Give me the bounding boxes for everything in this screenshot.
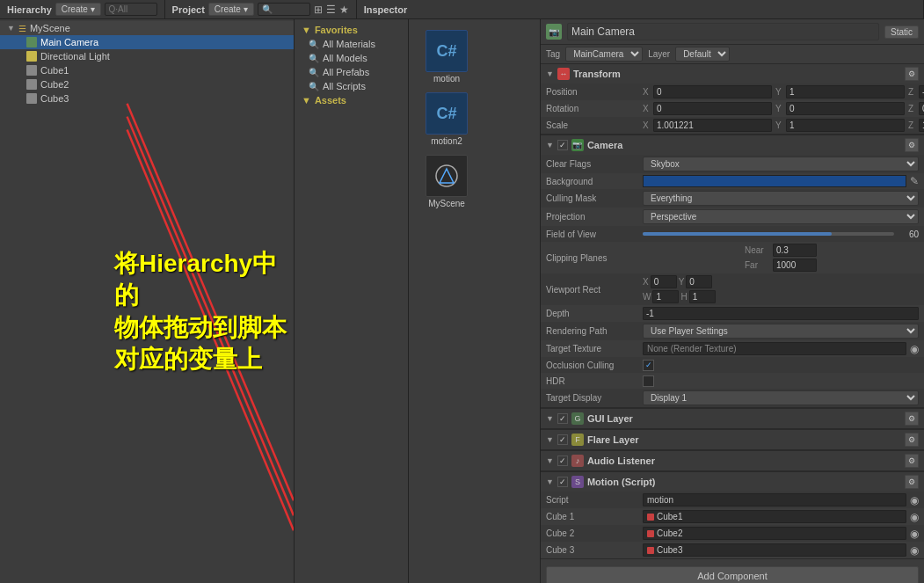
rendering-path-select[interactable]: Use Player Settings [643,324,919,339]
cube1-field[interactable]: Cube1 [643,510,906,523]
hdr-checkbox[interactable] [643,375,654,387]
gui-layer-check[interactable]: ✓ [557,413,568,424]
sidebar-item-all-models[interactable]: 🔍 All Models [295,51,408,65]
cube2-field[interactable]: Cube2 [643,527,906,540]
hierarchy-create-button[interactable]: Create ▾ [55,3,101,16]
gui-layer-settings-button[interactable]: ⚙ [905,412,919,426]
asset-item-myscene[interactable]: MyScene [416,151,477,212]
gui-layer-header[interactable]: ▼ ✓ G GUI Layer ⚙ [541,408,924,428]
scene-arrow: ▼ [7,24,15,33]
hierarchy-item-main-camera[interactable]: Main Camera [0,35,294,49]
audio-listener-settings-button[interactable]: ⚙ [905,454,919,468]
asset-item-motion2[interactable]: C# motion2 [416,89,477,149]
position-z-field: Z [908,85,924,98]
motion-script-check[interactable]: ✓ [557,477,568,487]
flare-layer-settings-button[interactable]: ⚙ [905,433,919,447]
rotation-x-input[interactable] [653,102,772,115]
project-create-button[interactable]: Create ▾ [208,3,254,16]
sidebar-item-all-scripts[interactable]: 🔍 All Scripts [295,79,408,93]
depth-input[interactable] [643,307,919,320]
camera-arrow: ▼ [546,141,554,149]
occlusion-culling-checkbox[interactable]: ✓ [643,360,654,371]
script-field[interactable]: motion [643,493,906,506]
motion-script-icon: S [571,476,584,488]
assets-grid: C# motion C# motion2 [412,23,536,215]
project-search-input[interactable] [258,3,310,16]
flare-layer-check[interactable]: ✓ [557,434,568,445]
culling-mask-select[interactable]: Everything [643,191,919,206]
background-color-picker-icon[interactable]: ✎ [910,175,919,187]
viewport-y-input[interactable] [686,275,712,288]
hierarchy-item-cube1[interactable]: Cube1 [0,63,294,77]
rotation-z-input[interactable] [919,102,924,115]
rotation-y-input[interactable] [786,102,905,115]
hierarchy-item-cube3[interactable]: Cube3 [0,91,294,106]
camera-title: Camera [587,140,901,150]
project-icon-2[interactable]: ☰ [326,4,336,16]
scene-root[interactable]: ▼ ☰ MyScene [0,21,294,35]
near-input[interactable] [773,244,817,257]
fov-slider-track[interactable] [643,232,894,236]
layer-select[interactable]: Default [675,47,730,62]
cube2-dot [647,530,654,537]
project-icon-1[interactable]: ⊞ [314,4,323,16]
cube2-select-icon[interactable]: ◉ [910,528,919,540]
cube1-value: Cube1 ◉ [643,510,919,523]
hdr-label: HDR [546,376,643,386]
cube3-dot [647,547,654,554]
add-component-button[interactable]: Add Component [546,566,919,583]
inspector-object-header: 📷 Static [541,19,924,45]
clear-flags-select[interactable]: Skybox [643,157,919,171]
far-input[interactable] [773,259,817,272]
y-label: Y [775,120,784,130]
motion-script-header[interactable]: ▼ ✓ S Motion (Script) ⚙ [541,471,924,492]
object-icon: 📷 [546,24,562,40]
flare-layer-header[interactable]: ▼ ✓ F Flare Layer ⚙ [541,429,924,449]
sidebar-item-label: All Scripts [323,81,366,91]
motion-script-title: Motion (Script) [587,477,901,487]
object-name-input[interactable] [567,23,879,40]
project-icon-3[interactable]: ★ [339,4,349,16]
camera-check[interactable]: ✓ [557,140,568,150]
search-icon: 🔍 [309,68,319,77]
audio-listener-check[interactable]: ✓ [557,455,568,466]
target-display-value: Display 1 [643,390,919,405]
transform-header[interactable]: ▼ ↔ Transform ⚙ [541,63,924,84]
camera-settings-button[interactable]: ⚙ [905,138,919,152]
camera-header[interactable]: ▼ ✓ 📷 Camera ⚙ [541,135,924,155]
hierarchy-search-input[interactable] [105,3,157,16]
background-value: ✎ [643,175,919,187]
z-label: Z [908,87,917,97]
hierarchy-item-cube2[interactable]: Cube2 [0,77,294,91]
viewport-w-input[interactable] [652,290,679,303]
sidebar-item-all-prefabs[interactable]: 🔍 All Prefabs [295,65,408,79]
script-label: Script [546,495,643,505]
scale-z-input[interactable] [919,119,924,132]
viewport-rect-label: Viewport Rect [546,285,643,295]
position-z-input[interactable] [919,85,924,98]
scale-y-input[interactable] [786,119,905,132]
target-display-select[interactable]: Display 1 [643,390,919,405]
hierarchy-item-directional-light[interactable]: Directional Light [0,49,294,63]
target-texture-select-icon[interactable]: ◉ [910,343,919,355]
cube3-select-icon[interactable]: ◉ [910,544,919,557]
cube3-field[interactable]: Cube3 [643,543,906,557]
projection-select[interactable]: Perspective [643,209,919,224]
motion-script-settings-button[interactable]: ⚙ [905,475,919,489]
script-select-icon[interactable]: ◉ [910,494,919,506]
audio-listener-header[interactable]: ▼ ✓ ♪ Audio Listener ⚙ [541,450,924,470]
tag-select[interactable]: MainCamera [565,47,643,62]
asset-item-motion[interactable]: C# motion [416,26,477,87]
transform-settings-button[interactable]: ⚙ [905,67,919,81]
static-button[interactable]: Static [884,26,919,39]
position-x-input[interactable] [653,85,772,98]
background-color-swatch[interactable] [643,175,906,187]
cube1-select-icon[interactable]: ◉ [910,511,919,523]
rotation-label: Rotation [546,104,643,113]
target-texture-field[interactable]: None (Render Texture) [643,342,906,355]
sidebar-item-all-materials[interactable]: 🔍 All Materials [295,37,408,51]
viewport-h-input[interactable] [689,290,716,303]
position-y-input[interactable] [786,85,905,98]
viewport-x-input[interactable] [651,275,677,288]
scale-x-input[interactable] [653,119,772,132]
